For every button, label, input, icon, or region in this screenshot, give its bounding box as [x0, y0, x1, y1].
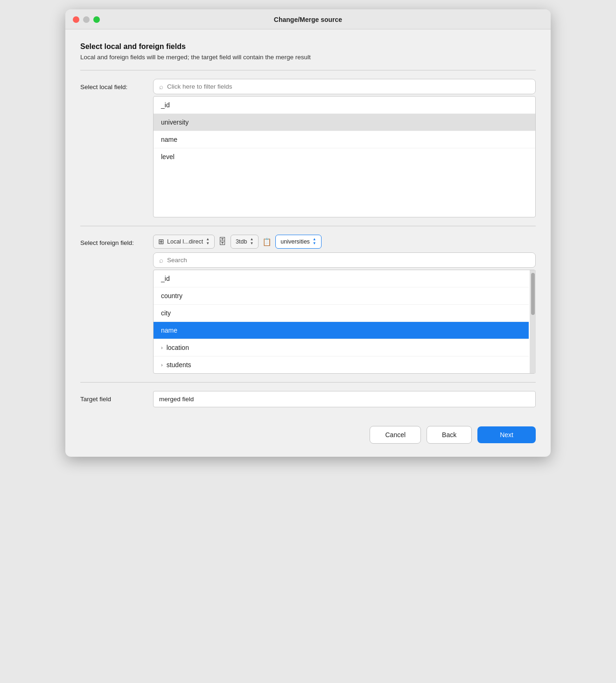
divider-top — [80, 70, 536, 70]
title-bar: Change/Merge source — [65, 9, 551, 29]
maximize-button[interactable] — [93, 16, 100, 23]
scrollbar-thumb[interactable] — [531, 273, 535, 315]
local-field-row: Select local field: ⌕ _id university nam… — [80, 79, 536, 217]
back-button[interactable]: Back — [427, 426, 472, 444]
local-item-university[interactable]: university — [154, 114, 535, 131]
collection-label: universities — [280, 238, 310, 245]
table-icon: ⊞ — [158, 237, 164, 246]
db-label: 3tdb — [236, 238, 247, 245]
scrollbar-track[interactable] — [530, 270, 536, 373]
target-field-content — [153, 391, 536, 407]
source-selector-button[interactable]: ⊞ Local l...direct ▲▼ — [153, 235, 215, 249]
collection-icon: 📋 — [262, 237, 272, 246]
local-item-name[interactable]: name — [154, 131, 535, 148]
db-stepper-icon: ▲▼ — [250, 237, 253, 246]
foreign-item-name[interactable]: name — [154, 322, 529, 339]
foreign-item-location[interactable]: › location — [154, 339, 529, 356]
foreign-list-container: _id country city name › lo — [153, 270, 536, 374]
foreign-field-content: ⊞ Local l...direct ▲▼ 🗄 3tdb ▲▼ 📋 — [153, 235, 536, 374]
target-field-input[interactable] — [153, 391, 536, 407]
divider-bottom — [80, 382, 536, 383]
content-area: Select local and foreign fields Local an… — [65, 29, 551, 418]
collection-stepper-icon: ▲▼ — [313, 237, 316, 246]
foreign-item-city[interactable]: city — [154, 305, 529, 322]
section-description: Local and foreign fields will be merged;… — [80, 54, 536, 61]
local-search-input[interactable] — [167, 83, 530, 90]
foreign-search-input[interactable] — [167, 257, 530, 264]
foreign-search-icon: ⌕ — [159, 256, 163, 264]
local-field-list: _id university name level — [153, 96, 536, 217]
footer: Cancel Back Next — [65, 418, 551, 457]
divider-middle — [80, 226, 536, 226]
local-field-content: ⌕ _id university name level — [153, 79, 536, 217]
students-chevron-icon: › — [161, 362, 163, 368]
main-window: Change/Merge source Select local and for… — [65, 9, 551, 457]
foreign-field-row: Select foreign field: ⊞ Local l...direct… — [80, 235, 536, 374]
section-title: Select local and foreign fields — [80, 42, 536, 51]
foreign-item-id[interactable]: _id — [154, 270, 529, 287]
collection-selector-button[interactable]: universities ▲▼ — [275, 235, 321, 249]
next-button[interactable]: Next — [477, 426, 536, 443]
foreign-item-country[interactable]: country — [154, 287, 529, 305]
traffic-lights — [73, 16, 100, 23]
window-title: Change/Merge source — [274, 16, 342, 23]
location-chevron-icon: › — [161, 345, 163, 350]
foreign-field-list: _id country city name › lo — [153, 270, 536, 374]
local-search-wrapper[interactable]: ⌕ — [153, 79, 536, 94]
local-field-label: Select local field: — [80, 79, 146, 91]
local-item-level[interactable]: level — [154, 148, 535, 165]
local-item-id[interactable]: _id — [154, 97, 535, 114]
db-selector-button[interactable]: 3tdb ▲▼ — [231, 235, 259, 249]
source-label: Local l...direct — [167, 238, 203, 245]
cancel-button[interactable]: Cancel — [370, 426, 421, 444]
database-icon: 🗄 — [218, 237, 227, 247]
foreign-search-wrapper[interactable]: ⌕ — [153, 252, 536, 268]
minimize-button[interactable] — [83, 16, 90, 23]
foreign-field-label: Select foreign field: — [80, 235, 146, 246]
target-field-row: Target field — [80, 391, 536, 407]
foreign-controls: ⊞ Local l...direct ▲▼ 🗄 3tdb ▲▼ 📋 — [153, 235, 536, 249]
local-search-icon: ⌕ — [159, 83, 163, 91]
target-field-label: Target field — [80, 391, 146, 403]
source-stepper-icon: ▲▼ — [206, 237, 210, 246]
foreign-item-students[interactable]: › students — [154, 356, 529, 373]
close-button[interactable] — [73, 16, 79, 23]
